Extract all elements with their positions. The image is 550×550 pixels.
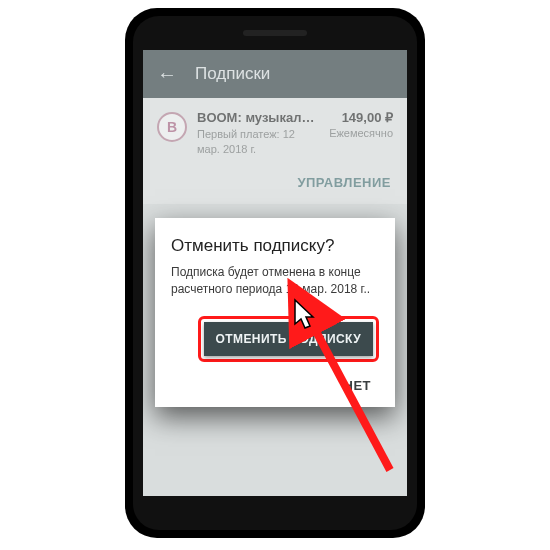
back-arrow-icon[interactable]: ← — [157, 64, 177, 84]
screen: ← Подписки B BOOM: музыкальный… Первый п… — [143, 50, 407, 496]
subscription-card[interactable]: B BOOM: музыкальный… Первый платеж: 12 м… — [143, 98, 407, 204]
subscription-price: 149,00 ₽ — [329, 110, 393, 125]
deny-button[interactable]: НЕТ — [336, 372, 380, 395]
app-icon: B — [157, 112, 187, 142]
phone-frame: ← Подписки B BOOM: музыкальный… Первый п… — [125, 8, 425, 538]
subscription-title: BOOM: музыкальный… — [197, 110, 319, 125]
phone-inner: ← Подписки B BOOM: музыкальный… Первый п… — [133, 16, 417, 530]
highlight-annotation: ОТМЕНИТЬ ПОДПИСКУ — [198, 316, 379, 362]
manage-button[interactable]: УПРАВЛЕНИЕ — [157, 175, 393, 198]
confirm-cancel-button[interactable]: ОТМЕНИТЬ ПОДПИСКУ — [204, 322, 373, 356]
subscription-cycle: Ежемесячно — [329, 127, 393, 139]
subscription-meta: Первый платеж: 12 мар. 2018 г. — [197, 127, 319, 157]
app-icon-letter: B — [167, 119, 177, 135]
appbar-title: Подписки — [195, 64, 270, 84]
phone-speaker — [243, 30, 307, 36]
dialog-title: Отменить подписку? — [171, 236, 379, 256]
cancel-subscription-dialog: Отменить подписку? Подписка будет отмене… — [155, 218, 395, 407]
app-bar: ← Подписки — [143, 50, 407, 98]
dialog-body: Подписка будет отменена в конце расчетно… — [171, 264, 379, 298]
